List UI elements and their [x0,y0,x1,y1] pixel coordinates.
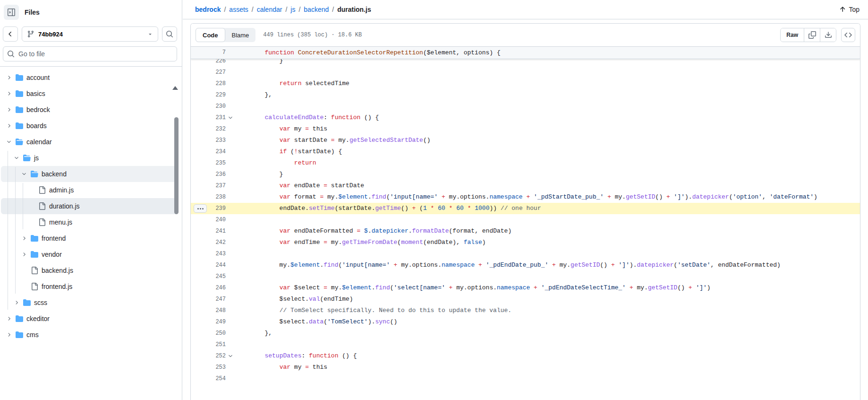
code-line-text: var my = this [235,362,327,373]
tab-code[interactable]: Code [196,28,225,42]
code-editor-area: 7 function ConcreteDurationSelectorRepet… [191,47,860,384]
code-line-245: 245 [191,271,860,282]
tree-item-label: admin.js [49,186,74,194]
file-info: 449 lines (385 loc) · 18.6 KB [263,32,780,38]
line-number-237[interactable]: 237 [191,180,226,191]
tree-file-duration.js[interactable]: duration.js [1,198,178,214]
gutter-spacer [226,328,235,339]
line-menu-button[interactable] [194,204,207,213]
code-line-text: calculateEndDate: function () { [235,112,379,123]
sidebar-scrollbar-thumb[interactable] [174,117,179,214]
collapse-sidebar-button[interactable] [4,5,19,20]
line-number-254[interactable]: 254 [191,373,226,384]
tree-folder-frontend[interactable]: frontend [1,230,178,246]
code-line-248: 248 // TomSelect specifically. Need to d… [191,305,860,316]
tree-file-backend.js[interactable]: backend.js [1,262,178,278]
line-number-236[interactable]: 236 [191,169,226,180]
tree-folder-boards[interactable]: boards [1,118,178,134]
chevron-down-icon [21,171,27,177]
folder-icon [16,106,23,113]
sticky-context-line: 7 function ConcreteDurationSelectorRepet… [191,47,860,59]
goto-file-input[interactable] [3,46,177,61]
tree-item-label: scss [34,299,47,306]
code-brackets-icon [844,31,852,39]
tree-folder-account[interactable]: account [1,70,178,86]
branch-selector[interactable]: 74bb924 [22,26,158,42]
tree-folder-ckeditor[interactable]: ckeditor [1,311,178,327]
tree-file-admin.js[interactable]: admin.js [1,182,178,198]
tree-folder-scss[interactable]: scss [1,295,178,311]
breadcrumb-link-assets[interactable]: assets [229,6,248,13]
symbols-pane-button[interactable] [841,28,855,42]
branch-name: 74bb924 [38,31,144,38]
tree-item-label: basics [26,90,45,97]
tree-folder-js[interactable]: js [1,150,178,166]
line-number-247[interactable]: 247 [191,294,226,305]
line-number-227[interactable]: 227 [191,67,226,78]
line-number-233[interactable]: 233 [191,135,226,146]
line-number-229[interactable]: 229 [191,89,226,101]
line-number-243[interactable]: 243 [191,248,226,260]
chevron-down-icon [228,115,233,121]
line-number-249[interactable]: 249 [191,316,226,328]
breadcrumb-link-calendar[interactable]: calendar [257,6,282,13]
line-number-252[interactable]: 252 [191,350,226,362]
line-number-228[interactable]: 228 [191,78,226,89]
code-line-235: 235 return [191,157,860,169]
tree-folder-backend[interactable]: backend [1,166,178,182]
line-number-241[interactable]: 241 [191,226,226,237]
file-icon [38,218,46,226]
chevron-right-icon [21,235,27,241]
back-button[interactable] [3,26,18,42]
tree-folder-basics[interactable]: basics [1,86,178,102]
search-this-repo-button[interactable] [162,26,177,42]
gutter-spacer [226,123,235,135]
download-raw-button[interactable] [820,28,836,42]
gutter-spacer [226,226,235,237]
line-number-245[interactable]: 245 [191,271,226,282]
tree-folder-vendor[interactable]: vendor [1,246,178,262]
copy-raw-button[interactable] [804,28,820,42]
sidebar-scrollbar-up-arrow[interactable] [172,86,178,90]
line-number-240[interactable]: 240 [191,214,226,226]
breadcrumb-link-bedrock[interactable]: bedrock [195,6,221,13]
collapse-region-chevron[interactable] [226,350,235,362]
tree-file-frontend.js[interactable]: frontend.js [1,278,178,295]
line-number-246[interactable]: 246 [191,282,226,294]
code-line-text: }, [235,89,272,101]
tree-file-menu.js[interactable]: menu.js [1,214,178,230]
line-number-244[interactable]: 244 [191,260,226,271]
line-number-248[interactable]: 248 [191,305,226,316]
folder-icon [23,299,31,306]
gutter-spacer [226,78,235,89]
line-number-238[interactable]: 238 [191,191,226,203]
breadcrumb-bar: bedrock/assets/calendar/js/backend/durat… [183,0,868,19]
copy-icon [808,31,816,39]
tree-folder-bedrock[interactable]: bedrock [1,102,178,118]
file-tree: accountbasicsbedrockboardscalendarjsback… [0,67,182,343]
line-number-234[interactable]: 234 [191,146,226,157]
search-icon [166,30,173,38]
line-number-232[interactable]: 232 [191,123,226,135]
back-to-top-link[interactable]: Top [839,6,859,13]
breadcrumb-link-js[interactable]: js [290,6,295,13]
line-number-242[interactable]: 242 [191,237,226,248]
line-number-235[interactable]: 235 [191,157,226,169]
tree-item-label: ckeditor [26,315,50,322]
line-number-231[interactable]: 231 [191,112,226,123]
tree-folder-cms[interactable]: cms [1,327,178,343]
line-number-253[interactable]: 253 [191,362,226,373]
line-number-230[interactable]: 230 [191,101,226,112]
line-number-251[interactable]: 251 [191,339,226,350]
file-icon [38,202,46,210]
breadcrumb-link-backend[interactable]: backend [304,6,329,13]
raw-button[interactable]: Raw [781,28,804,42]
line-number-7[interactable]: 7 [191,47,226,59]
gutter-spacer [226,89,235,101]
line-number-250[interactable]: 250 [191,328,226,339]
raw-button-group: Raw [780,28,836,42]
tab-blame[interactable]: Blame [225,28,256,42]
tree-folder-calendar[interactable]: calendar [1,134,178,150]
file-icon [31,283,38,290]
collapse-region-chevron[interactable] [226,112,235,123]
